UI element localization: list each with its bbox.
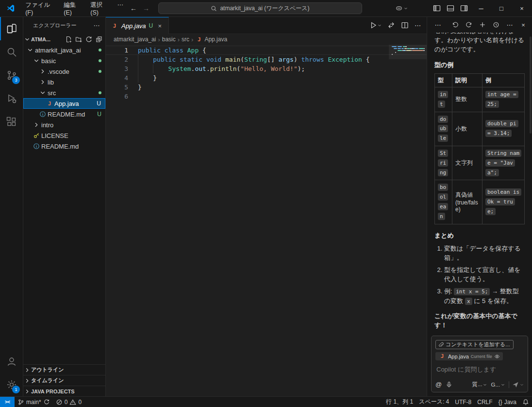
indentation-item[interactable]: スペース: 4 (416, 397, 452, 407)
type-code-chip: String (438, 150, 448, 176)
refresh-icon[interactable] (84, 35, 93, 44)
panel-java-projects[interactable]: JAVA PROJECTS (23, 386, 105, 396)
tree-item-lib[interactable]: lib (23, 77, 105, 87)
breadcrumb-item[interactable]: atmarkit_java_ai (114, 36, 156, 43)
tree-item-app.java[interactable]: JApp.javaU (23, 98, 105, 109)
line-number[interactable]: 1 (106, 46, 128, 55)
code-line-5[interactable]: 5} (106, 83, 427, 92)
code-line-2[interactable]: 2public static void main(String[] args) … (106, 55, 427, 64)
activity-run-debug[interactable] (0, 87, 23, 110)
branch-item[interactable]: main* (15, 397, 53, 407)
problems-item[interactable]: 0 0 (53, 397, 84, 407)
add-context-button[interactable]: コンテキストを追加する... (435, 340, 514, 349)
line-number[interactable]: 2 (106, 55, 128, 64)
chat-messages[interactable]: 名前: 変数には名前を付けます。わかりやすい名前を付けるのがコツです。 型の例 … (427, 33, 532, 332)
encoding-item[interactable]: UTF-8 (452, 397, 474, 407)
chat-text-input[interactable]: Copilot に質問します (435, 363, 524, 378)
minimize-button[interactable]: ─ (471, 0, 491, 17)
activity-account[interactable] (0, 350, 23, 373)
activity-search[interactable] (0, 40, 23, 64)
chat-input-box[interactable]: コンテキストを追加する... J App.java Current file C… (431, 336, 528, 392)
breadcrumb-item-file[interactable]: J App.java (195, 36, 227, 43)
line-number[interactable]: 5 (106, 83, 128, 92)
chat-input-toolbar: @ 質... G... (435, 381, 524, 388)
close-window-button[interactable]: × (512, 0, 532, 17)
menu-overflow[interactable]: ⋯ (114, 1, 128, 16)
activity-explorer[interactable] (0, 17, 23, 40)
activity-extensions[interactable] (0, 110, 23, 134)
workspace-section-header[interactable]: ATMA... (23, 34, 105, 45)
table-row: double小数double pi = 3.14; (435, 112, 525, 146)
code-line-6[interactable]: 6 (106, 92, 427, 101)
menu-file[interactable]: ファイル(F) (21, 1, 60, 16)
new-chat-icon[interactable] (478, 20, 487, 30)
eol-item[interactable]: CRLF (474, 397, 495, 407)
chat-toolbar: ⋯ ⋯ × (427, 17, 532, 33)
activity-source-control[interactable]: 3 (0, 64, 23, 87)
undo-icon[interactable] (450, 20, 460, 30)
chat-mode-dropdown[interactable]: 質... (472, 381, 487, 388)
tab-close-icon[interactable]: × (156, 22, 164, 30)
chat-close-icon[interactable]: × (518, 20, 528, 30)
breadcrumb-item[interactable]: basic (162, 36, 176, 43)
info-file-icon (39, 111, 47, 118)
tree-item-.vscode[interactable]: .vscode (23, 66, 105, 77)
forward-button[interactable]: → (140, 4, 152, 12)
split-editor-icon[interactable] (401, 21, 409, 29)
mic-icon[interactable] (446, 381, 452, 388)
tab-app-java[interactable]: J App.java U × (106, 17, 169, 34)
panel-timeline[interactable]: タイムライン (23, 375, 105, 386)
history-icon[interactable] (491, 20, 501, 30)
chat-more-icon[interactable]: ⋯ (505, 20, 515, 30)
chat-scrollbar[interactable] (530, 36, 532, 134)
sidebar-more-icon[interactable]: ⋯ (92, 21, 101, 31)
cursor-position-item[interactable]: 行 1、列 1 (383, 397, 416, 407)
toggle-panel-icon[interactable] (444, 2, 457, 15)
mention-icon[interactable]: @ (435, 381, 442, 388)
command-center[interactable]: atmarkit_java_ai (ワークスペース) (158, 2, 362, 14)
menu-edit[interactable]: 編集(E) (60, 1, 86, 16)
run-button[interactable] (369, 21, 382, 29)
panel-outline[interactable]: アウトライン (23, 364, 105, 375)
more-actions-icon[interactable]: ⋯ (415, 22, 421, 29)
code-line-3[interactable]: 3System.out.println("Hello, World!"); (106, 64, 427, 73)
play-icon (369, 21, 377, 29)
model-dropdown[interactable]: G... (491, 382, 505, 388)
redo-icon[interactable] (464, 20, 474, 30)
tree-item-readme.md[interactable]: README.md (23, 141, 105, 152)
back-button[interactable]: ← (127, 4, 140, 12)
tree-item-intro[interactable]: intro (23, 119, 105, 130)
attached-file-chip[interactable]: J App.java Current file (435, 352, 503, 360)
code-editor[interactable]: 1public class App {2public static void m… (106, 45, 427, 396)
minimap[interactable] (389, 45, 427, 396)
new-file-icon[interactable] (64, 35, 73, 44)
java-file-icon: J (111, 23, 118, 29)
open-changes-icon[interactable] (387, 21, 395, 29)
notifications-item[interactable] (519, 397, 532, 407)
copilot-menu-button[interactable] (395, 4, 408, 12)
maximize-button[interactable]: □ (491, 0, 512, 17)
language-item[interactable]: {} Java (496, 397, 519, 407)
tree-item-basic[interactable]: basic (23, 55, 105, 66)
collapse-all-icon[interactable] (95, 35, 103, 44)
breadcrumb-separator: › (191, 36, 193, 43)
code-line-1[interactable]: 1public class App { (106, 46, 427, 55)
line-number[interactable]: 3 (106, 64, 128, 73)
remote-indicator[interactable]: >< (0, 397, 15, 407)
code-line-4[interactable]: 4} (106, 73, 427, 83)
new-folder-icon[interactable] (74, 35, 83, 44)
tree-item-atmarkit-java-ai[interactable]: atmarkit_java_ai (23, 45, 105, 55)
chat-views-more-icon[interactable]: ⋯ (433, 20, 443, 30)
toggle-primary-sidebar-icon[interactable] (430, 2, 444, 15)
menu-selection[interactable]: 選択(S) (86, 1, 113, 16)
minimap-slider[interactable] (389, 45, 427, 59)
toggle-secondary-sidebar-icon[interactable] (457, 2, 471, 15)
line-number[interactable]: 4 (106, 73, 128, 83)
tree-item-src[interactable]: src (23, 87, 105, 98)
line-number[interactable]: 6 (106, 92, 128, 101)
breadcrumb-item[interactable]: src (182, 36, 189, 43)
tree-item-readme.md[interactable]: README.mdU (23, 109, 105, 119)
send-button[interactable] (509, 381, 524, 388)
tree-item-license[interactable]: LICENSE (23, 130, 105, 141)
activity-settings[interactable]: 1 (0, 373, 23, 396)
